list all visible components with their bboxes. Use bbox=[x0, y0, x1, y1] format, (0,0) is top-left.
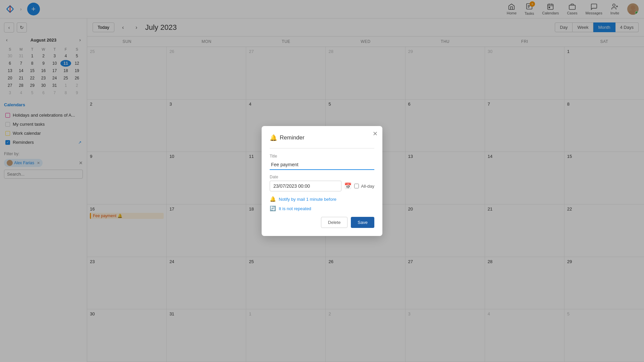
bell-icon: 🔔 bbox=[270, 134, 277, 141]
modal-title-text: Reminder bbox=[280, 134, 305, 141]
date-picker-button[interactable]: 📅 bbox=[344, 182, 352, 190]
modal-title: 🔔 Reminder bbox=[270, 134, 374, 141]
repeat-icon: 🔄 bbox=[270, 205, 276, 212]
modal-date-row: 📅 All-day bbox=[270, 181, 374, 191]
notify-icon: 🔔 bbox=[270, 196, 276, 202]
modal-divider bbox=[270, 148, 374, 148]
modal-title-field: Title bbox=[270, 154, 374, 170]
modal-notify-row[interactable]: 🔔 Notify by mail 1 minute before bbox=[270, 196, 374, 202]
allday-checkbox[interactable] bbox=[354, 184, 359, 188]
modal-actions: Delete Save bbox=[270, 217, 374, 228]
modal-date-label: Date bbox=[270, 175, 374, 179]
allday-row: All-day bbox=[354, 184, 374, 189]
modal-date-input[interactable] bbox=[270, 181, 341, 191]
modal-notify-text: Notify by mail 1 minute before bbox=[279, 197, 336, 202]
reminder-modal: ✕ 🔔 Reminder Title Date 📅 All-day 🔔 Noti… bbox=[262, 126, 382, 236]
modal-repeat-row[interactable]: 🔄 It is not repeated bbox=[270, 205, 374, 212]
allday-label: All-day bbox=[361, 184, 374, 189]
modal-title-input[interactable] bbox=[270, 160, 374, 170]
save-button[interactable]: Save bbox=[351, 217, 374, 228]
modal-repeat-text: It is not repeated bbox=[279, 206, 311, 211]
modal-title-label: Title bbox=[270, 154, 374, 159]
modal-overlay[interactable]: ✕ 🔔 Reminder Title Date 📅 All-day 🔔 Noti… bbox=[0, 0, 644, 362]
delete-button[interactable]: Delete bbox=[321, 217, 348, 228]
modal-close-button[interactable]: ✕ bbox=[373, 130, 378, 137]
modal-date-field: Date 📅 All-day bbox=[270, 175, 374, 191]
